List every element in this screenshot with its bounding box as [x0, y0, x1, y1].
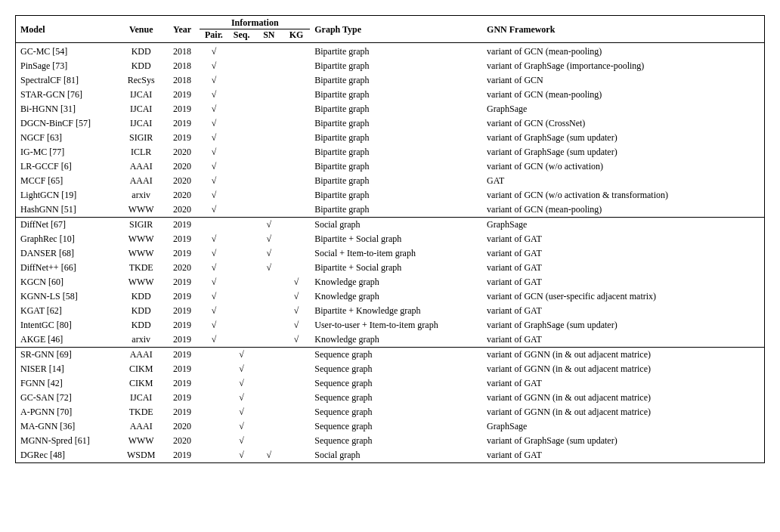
- table-row: KGCN [60]WWW2019√√Knowledge graphvariant…: [16, 275, 764, 289]
- col-header-gnn-framework: GNN Framework: [482, 16, 764, 43]
- table-row: IG-MC [77]ICLR2020√Bipartite graphvarian…: [16, 145, 764, 159]
- table-row: PinSage [73]KDD2018√Bipartite graphvaria…: [16, 59, 764, 73]
- table-row: HashGNN [51]WWW2020√Bipartite graphvaria…: [16, 203, 764, 218]
- col-header-year: Year: [165, 16, 200, 43]
- table-row: MGNN-Spred [61]WWW2020√Sequence graphvar…: [16, 434, 764, 448]
- table-row: KGNN-LS [58]KDD2019√√Knowledge graphvari…: [16, 289, 764, 304]
- table-row: NISER [14]CIKM2019√Sequence graphvariant…: [16, 362, 764, 376]
- table-row: DGCN-BinCF [57]IJCAI2019√Bipartite graph…: [16, 116, 764, 131]
- table-row: GC-SAN [72]IJCAI2019√Sequence graphvaria…: [16, 391, 764, 405]
- table-row: DiffNet++ [66]TKDE2020√√Bipartite + Soci…: [16, 261, 764, 275]
- table-row: AKGE [46]arxiv2019√√Knowledge graphvaria…: [16, 332, 764, 348]
- col-header-sn: SN: [255, 29, 283, 43]
- table-row: FGNN [42]CIKM2019√Sequence graphvariant …: [16, 376, 764, 391]
- table-row: DiffNet [67]SIGIR2019√Social graphGraphS…: [16, 218, 764, 233]
- table-row: Bi-HGNN [31]IJCAI2019√Bipartite graphGra…: [16, 102, 764, 116]
- table-row: STAR-GCN [76]IJCAI2019√Bipartite graphva…: [16, 88, 764, 102]
- col-header-information: Information: [200, 16, 310, 29]
- main-table-container: Model Venue Year Information Graph Type …: [15, 15, 765, 463]
- col-header-pair: Pair.: [200, 29, 228, 43]
- table-row: LightGCN [19]arxiv2020√Bipartite graphva…: [16, 188, 764, 203]
- table-row: SR-GNN [69]AAAI2019√Sequence graphvarian…: [16, 348, 764, 363]
- table-row: GC-MC [54]KDD2018√Bipartite graphvariant…: [16, 43, 764, 60]
- table-body: GC-MC [54]KDD2018√Bipartite graphvariant…: [16, 43, 764, 463]
- table-row: DANSER [68]WWW2019√√Social + Item-to-ite…: [16, 246, 764, 261]
- table-row: MCCF [65]AAAI2020√Bipartite graphGAT: [16, 174, 764, 188]
- table-row: NGCF [63]SIGIR2019√Bipartite graphvarian…: [16, 131, 764, 145]
- table-row: DGRec [48]WSDM2019√√Social graphvariant …: [16, 448, 764, 462]
- table-row: KGAT [62]KDD2019√√Bipartite + Knowledge …: [16, 304, 764, 318]
- col-header-model: Model: [16, 16, 118, 43]
- table-row: IntentGC [80]KDD2019√√User-to-user + Ite…: [16, 318, 764, 332]
- table-row: MA-GNN [36]AAAI2020√Sequence graphGraphS…: [16, 419, 764, 434]
- table-row: GraphRec [10]WWW2019√√Bipartite + Social…: [16, 232, 764, 246]
- table-row: A-PGNN [70]TKDE2019√Sequence graphvarian…: [16, 405, 764, 419]
- col-header-seq: Seq.: [228, 29, 255, 43]
- col-header-kg: KG: [283, 29, 310, 43]
- table-row: SpectralCF [81]RecSys2018√Bipartite grap…: [16, 73, 764, 88]
- header-row-1: Model Venue Year Information Graph Type …: [16, 16, 764, 29]
- col-header-venue: Venue: [118, 16, 165, 43]
- table-row: LR-GCCF [6]AAAI2020√Bipartite graphvaria…: [16, 159, 764, 174]
- col-header-graph-type: Graph Type: [310, 16, 482, 43]
- research-table: Model Venue Year Information Graph Type …: [16, 16, 764, 462]
